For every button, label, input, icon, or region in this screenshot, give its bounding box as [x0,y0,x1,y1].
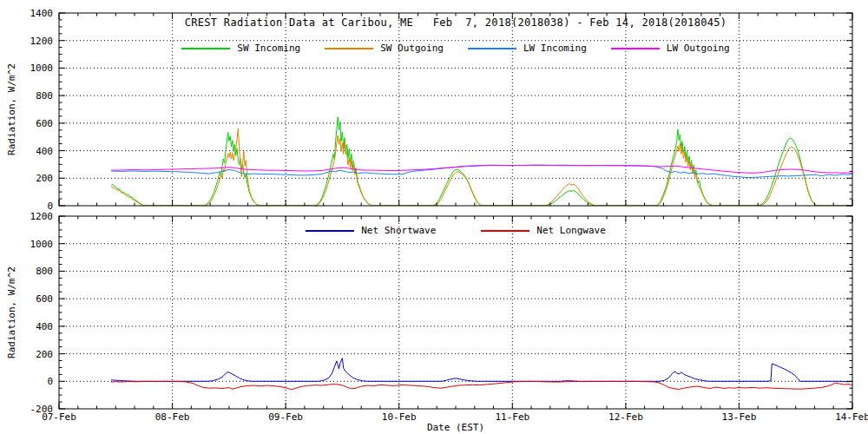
radiation-chart-figure: 0200400600800100012001400-20002004006008… [0,0,868,434]
x-axis-label: Date (EST) [59,422,852,433]
series-sw-incoming [111,117,852,206]
svg-text:600: 600 [36,293,53,305]
legend-line-sw-incoming-icon [181,48,230,49]
chart-title: CREST Radiation Data at Caribou, ME Feb … [59,16,852,29]
legend-top: SW Incoming SW Outgoing LW Incoming LW O… [59,43,852,54]
svg-text:1000: 1000 [30,62,54,74]
axis-ticks [59,216,852,409]
legend-label: LW Outgoing [667,43,730,54]
plot-canvas: 0200400600800100012001400-20002004006008… [0,0,868,434]
series-net-longwave [111,381,852,389]
legend-item-lw-outgoing: LW Outgoing [611,43,730,54]
svg-text:400: 400 [36,146,53,157]
panel-1: -20002004006008001000120007-Feb08-Feb09-… [30,211,868,423]
legend-item-net-longwave: Net Longwave [481,225,605,236]
svg-text:200: 200 [36,173,53,184]
legend-item-sw-outgoing: SW Outgoing [325,43,444,54]
svg-text:800: 800 [36,266,53,277]
legend-line-net-shortwave-icon [306,230,354,232]
svg-text:1200: 1200 [30,36,54,47]
series-net-shortwave [111,358,852,382]
svg-text:1000: 1000 [30,239,54,250]
panel-border [59,216,852,409]
legend-label: LW Incoming [523,43,587,54]
legend-label: Net Longwave [536,225,605,236]
legend-label: SW Outgoing [380,43,444,54]
y-tick-labels: -200020040060080010001200 [30,211,54,415]
legend-bottom: Net Shortwave Net Longwave [59,225,852,236]
y-axis-label-top: Radiation, W/m^2 [6,56,18,162]
legend-line-lw-incoming-icon [468,48,516,49]
gridlines [59,216,852,409]
svg-text:1200: 1200 [30,211,54,222]
legend-item-sw-incoming: SW Incoming [181,43,300,54]
svg-text:200: 200 [36,349,53,360]
svg-text:600: 600 [36,118,53,129]
y-tick-labels: 0200400600800100012001400 [30,8,54,212]
y-axis-label-bottom: Radiation, W/m^2 [6,260,18,365]
svg-text:400: 400 [36,321,53,332]
legend-line-sw-outgoing-icon [325,48,373,49]
legend-label: SW Incoming [237,43,300,54]
panel-0: 0200400600800100012001400 [30,8,853,212]
legend-line-net-longwave-icon [481,230,529,232]
legend-label: Net Shortwave [361,225,436,236]
legend-item-net-shortwave: Net Shortwave [306,225,436,236]
svg-text:800: 800 [36,90,53,102]
legend-item-lw-incoming: LW Incoming [468,43,587,54]
legend-line-lw-outgoing-icon [611,48,660,49]
svg-text:0: 0 [47,376,53,387]
svg-text:1400: 1400 [30,8,54,19]
